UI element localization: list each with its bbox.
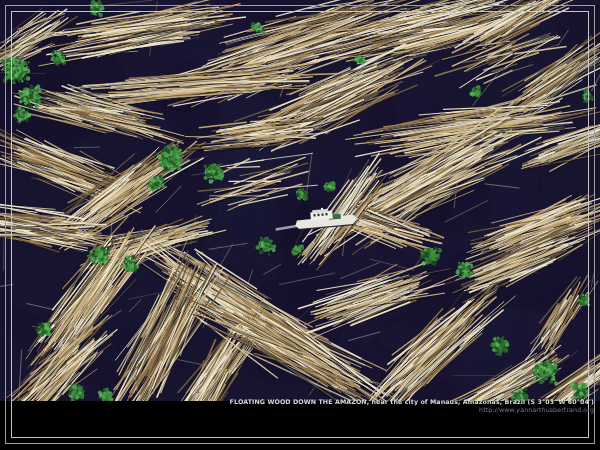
photo-caption: FLOATING WOOD DOWN THE AMAZON, near the … bbox=[230, 398, 594, 413]
wallpaper: FLOATING WOOD DOWN THE AMAZON, near the … bbox=[0, 0, 600, 450]
caption-title: FLOATING WOOD DOWN THE AMAZON, near the … bbox=[230, 398, 594, 406]
aerial-photo-floating-wood bbox=[0, 0, 600, 450]
caption-url: http://www.yannarthusbertrand.org bbox=[230, 406, 594, 414]
